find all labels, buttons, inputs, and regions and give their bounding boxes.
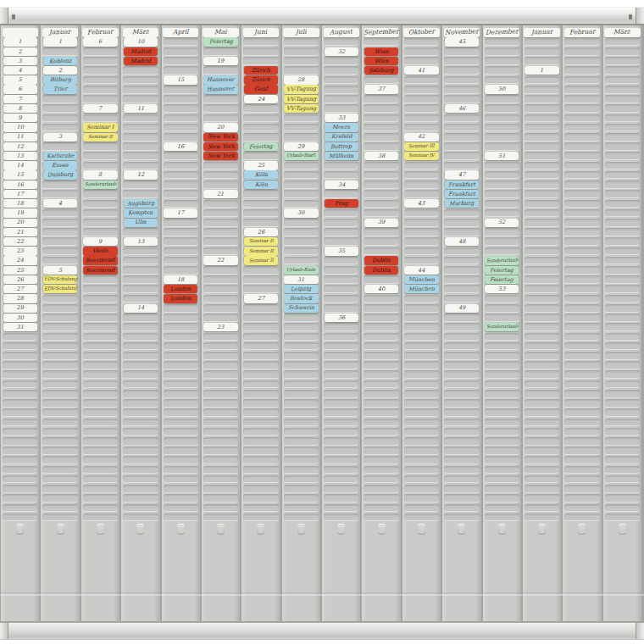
card-slot: 20 [202, 123, 240, 132]
card-slot: 2 [1, 47, 39, 56]
card-slot: 1 [41, 37, 79, 47]
card-slot [121, 75, 159, 85]
card-slot [442, 47, 480, 56]
card-slot [442, 389, 480, 398]
slot-pocket [3, 380, 37, 389]
slot-pocket [83, 57, 118, 65]
t-card-blue: Duisburg [43, 170, 77, 179]
card-slot [41, 494, 79, 503]
slot-pocket [3, 333, 37, 341]
card-slot [202, 513, 240, 522]
slot-pocket [42, 447, 77, 455]
t-card-label: Feiertag [209, 39, 233, 45]
slot-pocket [404, 314, 439, 322]
slot-pocket [564, 162, 599, 170]
card-slot [162, 475, 200, 484]
slot-pocket [284, 494, 319, 502]
day-number-label: 27 [17, 286, 24, 292]
slot-pocket [605, 200, 640, 208]
slot-pocket [605, 47, 640, 56]
t-card-blue: Frankfurt [445, 190, 479, 198]
t-card-blue: Bitburg [43, 75, 77, 84]
slot-pocket [203, 504, 238, 513]
card-slot [362, 94, 400, 103]
card-slot [603, 294, 641, 303]
card-slot [442, 123, 480, 132]
card-slot: 7 [81, 104, 119, 114]
slot-pocket [364, 504, 398, 513]
slot-pocket [525, 447, 559, 455]
bottom-rail-left-cap [0, 623, 8, 639]
slot-pocket [123, 456, 158, 464]
slot-pocket [243, 104, 278, 113]
card-slot [402, 56, 441, 65]
day-number-label: 5 [19, 77, 22, 83]
slot-pocket [404, 370, 439, 379]
t-card-label: 34 [338, 182, 345, 188]
slot-pocket [485, 209, 519, 218]
card-slot: 24 [1, 256, 39, 265]
day-number-card: 29 [3, 304, 37, 313]
column-notch [136, 524, 144, 535]
month-name-label: März [613, 29, 630, 36]
slot-pocket [404, 361, 439, 369]
slot-pocket [203, 419, 238, 427]
slot-pocket [42, 342, 77, 351]
slot-pocket [203, 304, 238, 313]
card-slot [322, 332, 360, 341]
card-slot [442, 446, 480, 455]
card-slot [1, 370, 39, 380]
card-slot: 4 [41, 199, 79, 208]
slot-pocket [324, 257, 358, 265]
card-slot: 26 [242, 227, 280, 236]
card-slot: Venlo [81, 247, 119, 256]
slot-pocket [404, 190, 439, 198]
card-slot [162, 85, 200, 94]
card-slot [1, 513, 39, 522]
t-card-white: 26 [244, 228, 278, 236]
slot-pocket [564, 76, 599, 85]
card-slot [322, 75, 360, 85]
slot-pocket [203, 47, 238, 56]
card-slot [162, 380, 200, 389]
t-card-label: 41 [418, 68, 425, 74]
card-slot [603, 265, 641, 275]
card-slot [242, 360, 280, 369]
card-slot [523, 180, 561, 189]
card-slot: 48 [442, 237, 480, 247]
day-number-card: 1 [3, 37, 37, 46]
slot-pocket [42, 257, 77, 265]
slot-pocket [284, 237, 319, 246]
card-slot [202, 341, 240, 351]
t-card-label: New York [208, 134, 235, 140]
card-slot [603, 170, 641, 180]
slot-pocket [123, 333, 158, 341]
slot-pocket [243, 333, 278, 341]
t-card-label: Krefeld [331, 134, 352, 140]
card-slot [563, 190, 601, 199]
card-slot [282, 341, 320, 351]
t-card-label: München [408, 277, 435, 283]
t-card-blue: Koblenz [43, 57, 77, 65]
card-slot [563, 313, 601, 322]
card-slot [162, 389, 200, 398]
day-number-label: 23 [17, 248, 24, 254]
card-slot [162, 94, 200, 103]
card-slot [121, 247, 159, 256]
slot-pocket [444, 419, 479, 427]
card-slot [603, 218, 641, 227]
slot-pocket [123, 485, 158, 493]
slot-pocket [444, 76, 479, 85]
slot-pocket [564, 314, 599, 322]
slot-pocket [243, 266, 278, 275]
slot-pocket [123, 514, 158, 522]
slot-pocket [42, 95, 77, 103]
card-slot [322, 208, 360, 218]
card-slot: 27 [242, 294, 280, 303]
slot-pocket [364, 124, 398, 132]
slot-pocket [284, 190, 319, 198]
card-slot [202, 484, 240, 493]
card-slot [523, 170, 561, 180]
card-slot [442, 275, 480, 284]
slot-pocket [605, 514, 640, 522]
